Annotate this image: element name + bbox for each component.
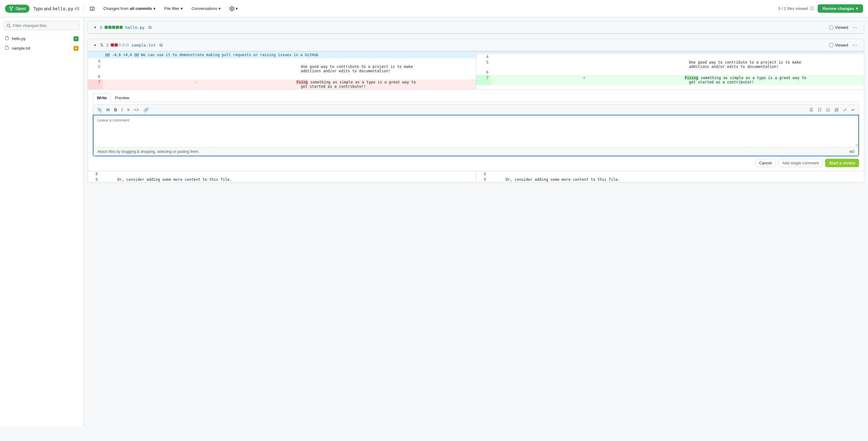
file-section-sample-txt: ▾ ⇅ 2 sample.txt ⧉ xyxy=(88,39,864,183)
code-btn[interactable]: <> xyxy=(132,107,140,113)
mention-btn[interactable]: @ xyxy=(833,107,840,113)
dot-red-0 xyxy=(111,43,114,46)
sidebar-filename-hello: hello.py xyxy=(12,36,71,41)
dot-0 xyxy=(104,26,108,29)
list-btn[interactable]: ≡ xyxy=(126,107,131,113)
changes-from-btn[interactable]: Changes from all commits ▾ xyxy=(101,5,158,12)
link-btn[interactable]: 🔗 xyxy=(142,107,150,113)
file-section-hello-py: ▾ 0 hello.py ⧉ Viewed xyxy=(88,21,864,34)
file-icon-hello xyxy=(5,36,9,41)
diff-after-comment: 8 9 Or, consider adding some more conten… xyxy=(88,171,864,182)
attach-hint: Attach files by dragging & dropping, sel… xyxy=(93,147,858,156)
viewed-checkbox-sample[interactable]: Viewed xyxy=(829,43,848,47)
sidebar-item-sample-txt[interactable]: sample.txt ● xyxy=(1,43,82,53)
open-badge[interactable]: Open xyxy=(5,5,30,13)
open-label: Open xyxy=(16,6,26,11)
hunk-header-row: @@ -4,6 +4,6 @@ We can use it to demonst… xyxy=(88,52,476,58)
ul-btn[interactable]: ☰ xyxy=(808,107,815,113)
diff-line-4-old: 4 xyxy=(88,58,476,64)
info-btn[interactable]: ⓘ xyxy=(810,6,814,11)
viewed-check-sample[interactable] xyxy=(829,43,833,47)
conversations-btn[interactable]: Conversations ▾ xyxy=(189,5,223,12)
sidebar-item-hello-py[interactable]: hello.py + xyxy=(1,34,82,43)
comment-toolbar: 📎 H B I ≡ <> 🔗 ☰ ☷ ☑ @ ⤢ ↩ xyxy=(93,104,859,115)
pr-title: Typo and hello.py #3 xyxy=(33,6,79,11)
sidebar: hello.py + sample.txt ● xyxy=(0,18,84,426)
content-area: ▾ 0 hello.py ⧉ Viewed xyxy=(84,18,868,426)
expand-arrows-btn[interactable]: ⇅ xyxy=(100,42,104,47)
task-btn[interactable]: ☑ xyxy=(825,107,831,113)
comment-tab-bar: Write Preview xyxy=(93,93,859,104)
diff-left-side: @@ -4,6 +4,6 @@ We can use it to demonst… xyxy=(88,52,476,89)
comment-box: Write Preview 📎 H B I ≡ <> 🔗 xyxy=(88,89,864,171)
files-viewed: 0 / 2 files viewed ⓘ xyxy=(778,6,814,11)
diff-line-8-new: 8 xyxy=(476,171,864,177)
diff-line-6-new: 6 xyxy=(476,69,864,75)
italic-btn[interactable]: I xyxy=(120,107,124,113)
comment-actions: Cancel Add single comment Start a review xyxy=(93,159,859,167)
diff-line-9-old: 9 Or, consider adding some more content … xyxy=(88,177,476,182)
attach-btn[interactable]: 📎 xyxy=(96,107,103,113)
diff-right-side: 4 5 One good way to contribute to a proj… xyxy=(476,52,864,89)
diff-line-5-new: 5 One good way to contribute to a projec… xyxy=(476,60,864,69)
preview-tab[interactable]: Preview xyxy=(111,93,133,102)
more-btn-sample[interactable]: ··· xyxy=(850,41,859,48)
add-single-comment-button[interactable]: Add single comment xyxy=(778,159,823,167)
dot-3 xyxy=(116,26,119,29)
start-review-button[interactable]: Start a review xyxy=(825,159,859,167)
ol-btn[interactable]: ☷ xyxy=(816,107,823,113)
copy-sample-btn[interactable]: ⧉ xyxy=(158,42,164,48)
viewed-check-hello[interactable] xyxy=(829,26,833,30)
topbar-divider xyxy=(83,5,84,12)
review-changes-button[interactable]: Review changes ▾ xyxy=(818,4,863,13)
filename-sample: sample.txt xyxy=(131,43,156,47)
filter-files-input[interactable] xyxy=(4,21,80,30)
comment-textarea-wrapper: Attach files by dragging & dropping, sel… xyxy=(93,115,859,156)
dot-gray-2 xyxy=(126,43,129,46)
collapse-hello-btn[interactable]: ▾ xyxy=(93,25,97,30)
ref-btn[interactable]: ⤢ xyxy=(842,107,848,113)
gear-btn[interactable]: ▾ xyxy=(227,5,240,12)
sidebar-badge-sample: ● xyxy=(73,46,79,51)
diff-view-toggle[interactable] xyxy=(87,5,97,12)
topbar: Open Typo and hello.py #3 Changes from a… xyxy=(0,0,868,18)
copy-hello-btn[interactable]: ⧉ xyxy=(147,24,153,31)
diff-line-6-old: 6 xyxy=(88,74,476,79)
diff-line-9-new: 9 Or, consider adding some more content … xyxy=(476,177,864,182)
sidebar-search xyxy=(0,18,84,34)
diff-line-8-old: 8 xyxy=(88,171,476,177)
file-header-hello: ▾ 0 hello.py ⧉ Viewed xyxy=(88,22,864,33)
diff-split-container: @@ -4,6 +4,6 @@ We can use it to demonst… xyxy=(88,51,864,89)
diff-dots-hello xyxy=(104,26,123,29)
diff-count-hello: 0 xyxy=(100,25,102,30)
hunk-header-right xyxy=(476,52,864,54)
file-header-sample: ▾ ⇅ 2 sample.txt ⧉ xyxy=(88,39,864,51)
undo-btn[interactable]: ↩ xyxy=(850,107,856,113)
diff-line-4-new: 4 xyxy=(476,54,864,60)
sidebar-filename-sample: sample.txt xyxy=(12,46,71,50)
cancel-button[interactable]: Cancel xyxy=(755,159,775,167)
dot-4 xyxy=(120,26,123,29)
file-filter-btn[interactable]: File filter ▾ xyxy=(162,5,185,12)
diff-count-sample: 2 xyxy=(106,43,108,47)
diff-line-5-old: 5 One good way to contribute to a projec… xyxy=(88,64,476,74)
dot-gray-1 xyxy=(122,43,125,46)
sidebar-badge-hello: + xyxy=(73,36,79,41)
file-icon-sample xyxy=(5,45,9,51)
more-btn-hello[interactable]: ··· xyxy=(850,24,859,31)
write-tab[interactable]: Write xyxy=(93,93,111,102)
bold-btn[interactable]: B xyxy=(113,107,118,113)
dot-red-1 xyxy=(115,43,118,46)
heading-btn[interactable]: H xyxy=(105,107,111,113)
comment-textarea[interactable] xyxy=(93,115,858,146)
diff-line-7-new: 7 + Fixing something as simple as a typo… xyxy=(476,75,864,85)
diff-line-7-old: 7 - Fxing something as simple as a typo … xyxy=(88,79,476,89)
main-layout: hello.py + sample.txt ● ▾ 0 xyxy=(0,18,868,426)
diff-dots-sample xyxy=(111,43,129,46)
diff-after-left: 8 9 Or, consider adding some more conten… xyxy=(88,171,476,182)
collapse-sample-btn[interactable]: ▾ xyxy=(93,42,97,48)
viewed-checkbox-hello[interactable]: Viewed xyxy=(829,25,848,30)
diff-after-right: 8 9 Or, consider adding some more conten… xyxy=(476,171,864,182)
filename-hello: hello.py xyxy=(125,25,145,30)
dot-2 xyxy=(112,26,115,29)
